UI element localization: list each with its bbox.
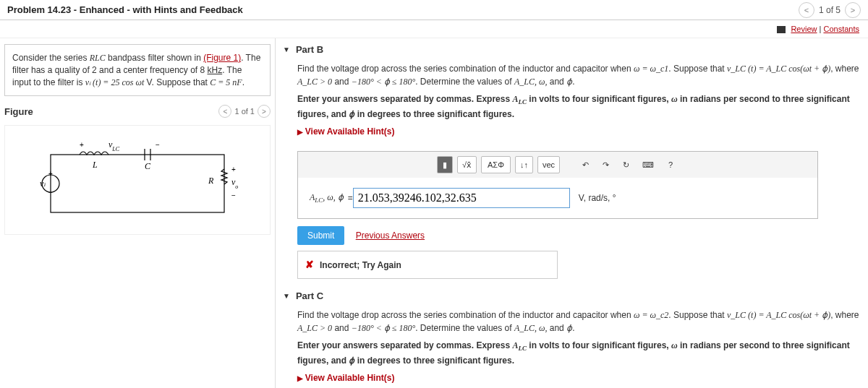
svg-text:vLC: vLC xyxy=(109,140,120,152)
flag-icon[interactable] xyxy=(777,26,786,33)
part-c-instructions: Enter your answers separated by commas. … xyxy=(297,339,861,367)
hints-link-c[interactable]: View Available Hint(s) xyxy=(297,371,394,384)
reset-button[interactable]: ↻ xyxy=(618,157,634,173)
updown-button[interactable]: ↓↑ xyxy=(515,156,533,174)
sqrt-button[interactable]: √x̄ xyxy=(457,156,477,174)
part-b-prompt: Find the voltage drop across the series … xyxy=(297,62,861,88)
vec-button[interactable]: vec xyxy=(537,156,560,174)
svg-rect-0 xyxy=(51,155,224,212)
page-title: Problem 14.23 - Enhanced - with Hints an… xyxy=(7,4,243,15)
svg-text:−: − xyxy=(231,191,236,199)
feedback-b: ✘ Incorrect; Try Again xyxy=(297,251,558,279)
svg-text:C: C xyxy=(145,161,151,171)
collapse-icon-c[interactable]: ▼ xyxy=(283,292,290,300)
review-link[interactable]: Review xyxy=(791,25,817,33)
submit-button-b[interactable]: Submit xyxy=(297,226,344,245)
templates-button[interactable]: ▮ xyxy=(437,156,453,174)
figure-prev-button[interactable]: < xyxy=(218,105,231,118)
figure-page: 1 of 1 xyxy=(234,107,255,116)
help-button[interactable]: ? xyxy=(663,157,678,173)
answer-box-b: ▮ √x̄ ΑΣΦ ↓↑ vec ↶ ↷ ↻ ⌨ ? ALC, ω, ϕ xyxy=(297,151,818,220)
previous-answers-b[interactable]: Previous Answers xyxy=(356,230,425,241)
symbols-button[interactable]: ΑΣΦ xyxy=(481,156,511,174)
part-c-prompt: Find the voltage drop across the series … xyxy=(297,309,861,335)
undo-button[interactable]: ↶ xyxy=(577,157,593,173)
progress-text: 1 of 5 xyxy=(819,5,841,15)
part-c: ▼ Part C Find the voltage drop across th… xyxy=(283,290,861,388)
figure-link[interactable]: (Figure 1) xyxy=(203,53,241,63)
problem-intro: Consider the series RLC bandpass filter … xyxy=(4,44,271,96)
review-bar: Review | Constants xyxy=(0,20,868,38)
svg-text:R: R xyxy=(208,176,214,186)
part-b: ▼ Part B Find the voltage drop across th… xyxy=(283,44,861,279)
answer-units-b: V, rad/s, ° xyxy=(579,191,616,204)
answer-label-b: ALC, ω, ϕ xyxy=(310,191,344,206)
figure-next-button[interactable]: > xyxy=(258,105,271,118)
svg-text:−: − xyxy=(48,189,53,197)
svg-text:vᵢ: vᵢ xyxy=(40,178,46,189)
collapse-icon[interactable]: ▼ xyxy=(283,46,290,53)
keyboard-button[interactable]: ⌨ xyxy=(638,157,658,173)
prev-problem-button[interactable]: < xyxy=(799,2,814,18)
part-b-instructions: Enter your answers separated by commas. … xyxy=(297,92,861,121)
svg-text:−: − xyxy=(156,141,160,149)
svg-text:+: + xyxy=(231,165,236,173)
svg-text:vo: vo xyxy=(231,177,238,190)
figure-title: Figure xyxy=(4,106,33,117)
part-b-label: Part B xyxy=(296,44,323,55)
svg-text:+: + xyxy=(80,141,84,149)
part-c-label: Part C xyxy=(296,290,323,301)
hints-link-b[interactable]: View Available Hint(s) xyxy=(297,125,394,138)
header-nav: < 1 of 5 > xyxy=(799,2,861,18)
feedback-text-b: Incorrect; Try Again xyxy=(320,259,401,272)
constants-link[interactable]: Constants xyxy=(823,25,859,33)
svg-text:L: L xyxy=(92,160,98,170)
redo-button[interactable]: ↷ xyxy=(597,157,613,173)
svg-text:+: + xyxy=(48,170,53,178)
next-problem-button[interactable]: > xyxy=(845,2,861,18)
answer-input-b[interactable] xyxy=(353,188,570,208)
circuit-diagram: vᵢ + − L C + vLC − R + xyxy=(4,125,271,235)
incorrect-icon: ✘ xyxy=(305,257,314,272)
